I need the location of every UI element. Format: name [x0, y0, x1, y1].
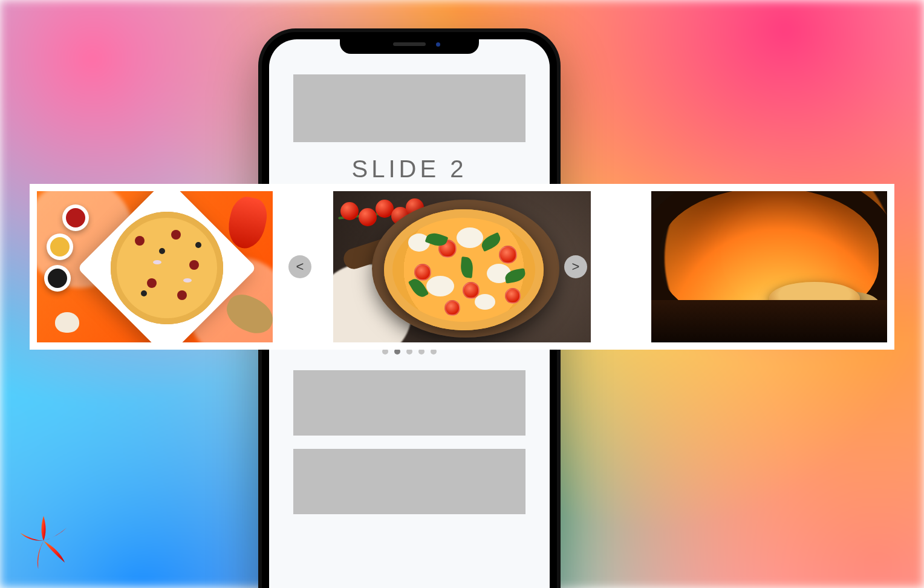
phone-notch [340, 36, 479, 54]
chevron-right-icon: > [572, 259, 580, 275]
next-button[interactable]: > [564, 255, 587, 278]
slide-card-2[interactable] [333, 191, 591, 342]
chevron-left-icon: < [296, 259, 304, 275]
prev-button[interactable]: < [288, 255, 311, 278]
carousel-strip: < > [30, 184, 894, 350]
slide-card-1[interactable] [37, 191, 273, 342]
placeholder-block [293, 449, 525, 514]
brand-asterisk-icon [17, 511, 70, 571]
placeholder-block [293, 370, 525, 436]
slide-title: SLIDE 2 [352, 155, 467, 183]
placeholder-block [293, 74, 525, 142]
slide-card-3[interactable] [651, 191, 887, 342]
